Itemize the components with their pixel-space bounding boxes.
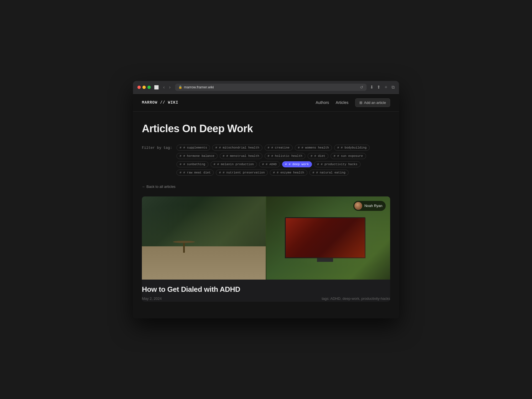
article-info: How to Get Dialed with ADHD May 2, 2024 …: [142, 280, 390, 302]
filter-section: Filter by tag: # supplements# mitochondr…: [142, 145, 390, 176]
add-icon: ⊞: [359, 101, 362, 105]
page-title: Articles On Deep Work: [142, 123, 390, 135]
main-content: Articles On Deep Work Filter by tag: # s…: [133, 112, 399, 318]
tag-enzyme-health[interactable]: # enzyme health: [270, 170, 307, 176]
lock-icon: 🔒: [178, 85, 182, 89]
maximize-button[interactable]: [147, 86, 151, 89]
article-tags-list: tags: ADHD, deep-work, productivity-hack…: [322, 296, 390, 301]
tag-natural-eating[interactable]: # natural eating: [310, 170, 349, 176]
patio-floor: [142, 246, 266, 280]
share-icon[interactable]: ⬆: [377, 85, 380, 90]
tag-raw-meat-diet[interactable]: # raw meat diet: [177, 170, 214, 176]
table-leg: [183, 243, 185, 253]
tag-hormone-balance[interactable]: # hormone balance: [177, 153, 217, 159]
navbar: MARROW // WIKI Authors Articles ⊞ Add an…: [133, 94, 399, 112]
tag-sunbathing[interactable]: # sunbathing: [177, 161, 208, 167]
tag-womens-health[interactable]: # womens health: [295, 145, 332, 151]
article-image: Noah Ryan: [142, 196, 390, 280]
monitor: [285, 217, 365, 263]
tag-diet[interactable]: # diet: [308, 153, 328, 159]
nav-link-articles[interactable]: Articles: [336, 100, 349, 105]
tag-nutrient-preservation[interactable]: # nutrient preservation: [216, 170, 268, 176]
page-content: MARROW // WIKI Authors Articles ⊞ Add an…: [133, 94, 399, 318]
reload-button[interactable]: ↺: [360, 85, 363, 89]
traffic-lights: [137, 86, 151, 89]
browser-actions: ⬇ ⬆ ＋ ⧉: [370, 84, 395, 90]
minimize-button[interactable]: [142, 86, 146, 89]
address-bar[interactable]: 🔒 marrow.framer.wiki ↺: [175, 84, 367, 91]
author-badge: Noah Ryan: [353, 201, 386, 211]
author-name: Noah Ryan: [364, 204, 382, 208]
url-text: marrow.framer.wiki: [184, 85, 214, 89]
nav-link-authors[interactable]: Authors: [316, 100, 329, 105]
article-title: How to Get Dialed with ADHD: [142, 285, 390, 294]
article-meta: May 2, 2024 tags: ADHD, deep-work, produ…: [142, 296, 390, 301]
new-tab-icon[interactable]: ＋: [384, 84, 388, 90]
browser-window: ⬜ ‹ › 🔒 marrow.framer.wiki ↺ ⬇ ⬆ ＋ ⧉ MAR…: [133, 81, 399, 318]
forward-button[interactable]: ›: [168, 84, 172, 90]
tag-holistic-health[interactable]: # holistic health: [265, 153, 305, 159]
patio-table: [173, 241, 195, 255]
back-to-articles-link[interactable]: ← Back to all articles: [142, 185, 390, 189]
tag-ADHD[interactable]: # ADHD: [259, 161, 280, 167]
tabs-icon[interactable]: ⧉: [392, 85, 395, 90]
filter-label: Filter by tag:: [142, 146, 172, 150]
add-article-label: Add an article: [364, 101, 386, 105]
site-logo[interactable]: MARROW // WIKI: [142, 100, 178, 105]
tag-productivity-hacks[interactable]: # productivity hacks: [314, 161, 360, 167]
article-date: May 2, 2024: [142, 296, 162, 301]
avatar: [354, 202, 362, 210]
tag-sun-exposure[interactable]: # sun exposure: [331, 153, 366, 159]
monitor-screen: [285, 217, 365, 259]
browser-controls: ‹ ›: [162, 84, 172, 90]
article-image-left: [142, 196, 266, 280]
tag-menstrual-health[interactable]: # menstrual health: [220, 153, 262, 159]
add-article-button[interactable]: ⊞ Add an article: [355, 98, 390, 107]
tag-deep-work[interactable]: # deep work: [282, 161, 312, 167]
back-button[interactable]: ‹: [162, 84, 166, 90]
downloads-icon[interactable]: ⬇: [370, 85, 374, 90]
close-button[interactable]: [137, 86, 141, 89]
tag-bodybuilding[interactable]: # bodybuilding: [334, 145, 370, 151]
tag-melanin-production[interactable]: # melanin production: [211, 161, 257, 167]
nav-links: Authors Articles ⊞ Add an article: [316, 98, 390, 107]
monitor-stand: [317, 258, 333, 262]
sidebar-toggle-icon[interactable]: ⬜: [154, 85, 159, 89]
article-card[interactable]: Noah Ryan How to Get Dialed with ADHD Ma…: [142, 196, 390, 302]
tag-creatine[interactable]: # creatine: [265, 145, 293, 151]
table-top: [173, 241, 195, 243]
tag-mitochondrial-health[interactable]: # mitochondrial health: [212, 145, 262, 151]
browser-chrome: ⬜ ‹ › 🔒 marrow.framer.wiki ↺ ⬇ ⬆ ＋ ⧉: [133, 81, 399, 94]
tags-container: # supplements# mitochondrial health# cre…: [177, 145, 390, 176]
tag-supplements[interactable]: # supplements: [177, 145, 210, 151]
